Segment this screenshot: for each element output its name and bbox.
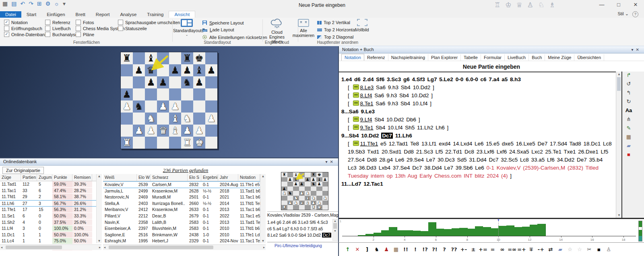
move-text[interactable]: 8.Le2 Sa6 9.0-0 Sb4 10.Dd2 — [267, 233, 322, 238]
square-a3[interactable] — [281, 196, 287, 201]
square-e8[interactable] — [169, 52, 181, 64]
square-e3[interactable]: ♝ — [169, 113, 181, 125]
minimize-button[interactable]: — — [593, 0, 610, 10]
checkbox-chess-media-system[interactable]: Chess Media System — [76, 25, 125, 31]
square-g7[interactable]: ♝ — [316, 177, 322, 182]
stats-horizontal-scrollbar[interactable]: ◂▸ — [0, 244, 101, 250]
annotation-eraser[interactable]: ▰ — [555, 246, 565, 252]
checkbox-box[interactable] — [118, 20, 123, 25]
move-text[interactable]: [ — [348, 92, 352, 98]
square-f6[interactable]: ♞ — [311, 182, 317, 186]
variation-line[interactable]: [ 8.Lf4 Sa6 9.h3 Sb4 10.Dd2 ] — [341, 92, 613, 100]
game-row[interactable]: Kovalev,V2539Carlsen,M28320-12024-Aug11.… — [103, 181, 260, 188]
square-d3[interactable] — [299, 196, 305, 201]
square-a8[interactable]: ♜ — [121, 52, 133, 64]
eval-bar[interactable] — [530, 225, 538, 236]
square-c5[interactable] — [145, 88, 157, 100]
square-b7[interactable]: ♟ — [133, 64, 145, 76]
game-row[interactable]: Eisenbeiser,A2397Bluvshtein,M25830-12010… — [103, 225, 260, 232]
column-header[interactable]: Notation — [238, 174, 260, 181]
game-row[interactable]: Saglione,E2516Brinkmann,W24381-0201011.T… — [103, 232, 260, 238]
annotation-white-better[interactable]: ± — [469, 246, 478, 252]
square-e7[interactable]: ♟ — [305, 177, 311, 182]
preview-moves[interactable]: 1.e4 g6 2.d4 d6 3.Le3 Sf6 4.Sc3c6 5.a4 L… — [267, 219, 332, 239]
ribbon-tab-report[interactable]: Report — [91, 11, 115, 18]
checkbox-buchanalyse[interactable]: Buchanalyse — [45, 31, 78, 37]
move-text[interactable]: 8.Le3 — [360, 84, 374, 90]
annotation-pieces[interactable]: ♙ — [604, 246, 613, 252]
move-text[interactable]: ] — [508, 173, 512, 179]
annotation-good-move[interactable]: ! — [411, 246, 420, 252]
square-a4[interactable]: ♟ — [281, 191, 287, 196]
square-d5[interactable] — [299, 186, 305, 191]
preview-scrollbar[interactable]: ▲▼ — [332, 219, 338, 241]
square-d8[interactable] — [299, 172, 305, 177]
square-c4[interactable] — [145, 100, 157, 113]
square-d4[interactable]: ♟ — [299, 191, 305, 196]
square-c8[interactable]: ♝ — [145, 52, 157, 64]
collapse-icon[interactable]: ▾ — [326, 160, 330, 164]
square-b5[interactable] — [133, 88, 145, 100]
square-g1[interactable]: ♚ — [193, 137, 205, 149]
eval-bar[interactable] — [358, 235, 366, 236]
current-move[interactable]: Dc7 — [381, 133, 393, 139]
column-header[interactable]: Jahr — [218, 174, 238, 181]
column-header[interactable]: Zugum... — [37, 174, 52, 181]
current-move[interactable]: Dc7 — [322, 233, 331, 238]
square-c7[interactable]: ♛ — [145, 64, 157, 76]
close-icon[interactable]: ✕ — [330, 160, 336, 164]
column-header[interactable]: Punkte — [52, 174, 72, 181]
square-a1[interactable]: ♜ — [121, 137, 133, 149]
column-header[interactable]: Schwarz — [151, 174, 188, 181]
variation-line[interactable]: [ 9.Te1 Sb4 10.Lf4 Sh5 11.Lh2 Lh6 ] — [341, 124, 613, 132]
notation-tab-referenz[interactable]: Referenz — [364, 54, 388, 61]
square-g7[interactable]: ♝ — [193, 64, 205, 76]
mainline[interactable]: 8...Sa6 9.Le3 — [341, 108, 613, 116]
square-a8[interactable]: ♜ — [281, 172, 287, 177]
game-row[interactable]: Pillard,V2212Deac,B26790-1202211.Tac1 e5… — [103, 213, 260, 219]
games-horizontal-scrollbar[interactable]: ◂▸ — [103, 244, 266, 250]
eval-bar[interactable] — [506, 225, 514, 236]
eval-bar[interactable] — [397, 230, 405, 236]
column-header[interactable]: Züge — [0, 174, 21, 181]
square-e8[interactable] — [305, 172, 311, 177]
square-b4[interactable]: ♞ — [287, 191, 293, 196]
move-text[interactable]: Sa6 9.h3 Sb4 10.Dd2 ] — [374, 84, 434, 90]
column-header[interactable]: Elo S — [188, 174, 201, 181]
square-c6[interactable]: ♟ — [293, 182, 299, 186]
ribbon-tab-brett[interactable]: Brett — [70, 11, 91, 18]
square-f7[interactable]: ♟ — [311, 177, 317, 182]
square-h2[interactable] — [205, 125, 217, 137]
square-c1[interactable] — [293, 205, 299, 210]
board-window-icon[interactable]: ▦ — [625, 134, 633, 142]
square-d6[interactable]: ♟ — [157, 76, 169, 88]
notation-panel-header[interactable]: Notation + Buch ▾✕ — [339, 46, 644, 53]
square-h4[interactable] — [322, 191, 328, 196]
square-c8[interactable]: ♝ — [293, 172, 299, 177]
checkbox-notation[interactable]: ✓Notation — [4, 19, 47, 25]
maximize-button[interactable]: □ — [610, 0, 627, 10]
square-b6[interactable] — [287, 182, 293, 186]
game-row[interactable]: Stella,A2403Iturrizaga Bonell..2660½-½20… — [103, 201, 260, 207]
square-a7[interactable] — [281, 177, 287, 182]
annotation-counterplay[interactable]: ⇄ — [546, 246, 555, 252]
stats-row-11-se1[interactable]: 11.Se16050.0%33.3% — [0, 213, 96, 219]
game-row[interactable]: Jarmula,L2499Krasenkow,M2628½-½201811.Ta… — [103, 188, 260, 195]
square-g3[interactable] — [316, 196, 322, 201]
checkbox-box[interactable] — [76, 32, 81, 37]
stats-row-11-sh2[interactable]: 11.Sh24037.5%25.0% — [0, 219, 96, 226]
replay-icon[interactable]: ↻ — [625, 98, 633, 107]
square-h5[interactable] — [322, 186, 328, 191]
square-b8[interactable] — [133, 52, 145, 64]
zur-originalpartie-button[interactable]: Zur Originalpartie — [2, 167, 44, 174]
square-b8[interactable] — [287, 172, 293, 177]
eval-bar[interactable] — [389, 227, 397, 236]
square-g4[interactable] — [193, 100, 205, 113]
checkbox-box[interactable]: ✓ — [4, 32, 9, 37]
annotation-compensation[interactable]: =∞ — [507, 246, 517, 252]
checkbox-box[interactable] — [45, 26, 50, 31]
square-g6[interactable]: ♟ — [193, 76, 205, 88]
square-b1[interactable] — [287, 205, 293, 210]
square-c1[interactable] — [145, 137, 157, 149]
stats-row-11-tad1[interactable]: 11.Tad1112559.0%39.3% — [0, 181, 96, 188]
